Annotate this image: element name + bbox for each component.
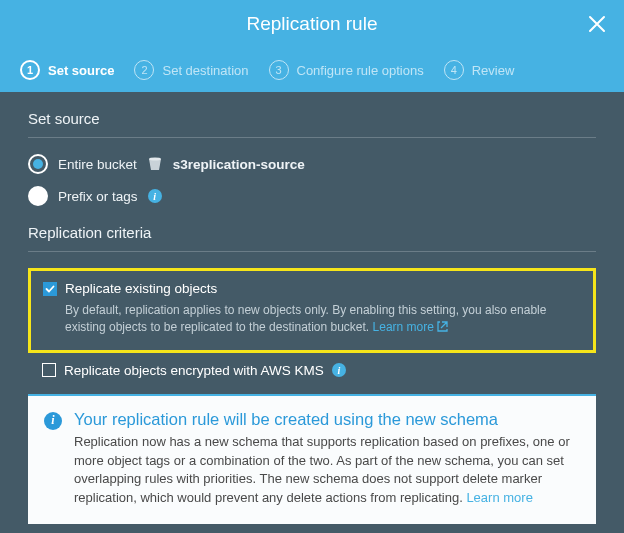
- checkbox-icon: [42, 363, 56, 377]
- checkbox-replicate-kms[interactable]: Replicate objects encrypted with AWS KMS…: [28, 363, 596, 378]
- step-label: Configure rule options: [297, 63, 424, 78]
- bucket-icon: [147, 156, 163, 172]
- highlight-box: Replicate existing objects By default, r…: [28, 268, 596, 353]
- replicate-existing-help: By default, replication applies to new o…: [43, 302, 581, 338]
- info-icon[interactable]: i: [332, 363, 346, 377]
- step-number-icon: 4: [444, 60, 464, 80]
- checkbox-label: Replicate existing objects: [65, 281, 217, 296]
- help-text-content: By default, replication applies to new o…: [65, 303, 546, 334]
- radio-label: Prefix or tags: [58, 189, 138, 204]
- notice-content: Your replication rule will be created us…: [74, 410, 580, 508]
- close-icon[interactable]: [588, 15, 606, 33]
- info-icon: i: [44, 412, 62, 430]
- radio-label: Entire bucket: [58, 157, 137, 172]
- external-link-icon: [437, 320, 448, 337]
- radio-entire-bucket[interactable]: Entire bucket s3replication-source: [28, 154, 596, 174]
- checkbox-replicate-existing[interactable]: Replicate existing objects: [43, 281, 581, 296]
- step-set-destination[interactable]: 2 Set destination: [124, 60, 258, 80]
- svg-point-0: [149, 157, 161, 160]
- set-source-heading: Set source: [28, 110, 596, 138]
- notice-title: Your replication rule will be created us…: [74, 410, 580, 429]
- learn-more-link[interactable]: Learn more: [466, 490, 532, 505]
- step-set-source[interactable]: 1 Set source: [10, 60, 124, 80]
- schema-notice: i Your replication rule will be created …: [28, 394, 596, 524]
- step-number-icon: 2: [134, 60, 154, 80]
- step-configure-rule-options[interactable]: 3 Configure rule options: [259, 60, 434, 80]
- checkbox-label: Replicate objects encrypted with AWS KMS: [64, 363, 324, 378]
- radio-icon: [28, 154, 48, 174]
- checkbox-icon: [43, 282, 57, 296]
- radio-icon: [28, 186, 48, 206]
- step-review[interactable]: 4 Review: [434, 60, 525, 80]
- info-icon[interactable]: i: [148, 189, 162, 203]
- step-number-icon: 3: [269, 60, 289, 80]
- step-label: Review: [472, 63, 515, 78]
- bucket-name: s3replication-source: [173, 157, 305, 172]
- learn-more-link[interactable]: Learn more: [373, 320, 448, 334]
- replication-rule-dialog: Replication rule 1 Set source 2 Set dest…: [0, 0, 624, 533]
- step-number-icon: 1: [20, 60, 40, 80]
- step-label: Set destination: [162, 63, 248, 78]
- dialog-body: Set source Entire bucket s3replication-s…: [0, 92, 624, 533]
- notice-body: Replication now has a new schema that su…: [74, 433, 580, 508]
- dialog-title: Replication rule: [247, 13, 378, 35]
- wizard-steps: 1 Set source 2 Set destination 3 Configu…: [0, 48, 624, 92]
- radio-prefix-or-tags[interactable]: Prefix or tags i: [28, 186, 596, 206]
- link-text: Learn more: [373, 320, 434, 334]
- dialog-header: Replication rule: [0, 0, 624, 48]
- replication-criteria-heading: Replication criteria: [28, 224, 596, 252]
- step-label: Set source: [48, 63, 114, 78]
